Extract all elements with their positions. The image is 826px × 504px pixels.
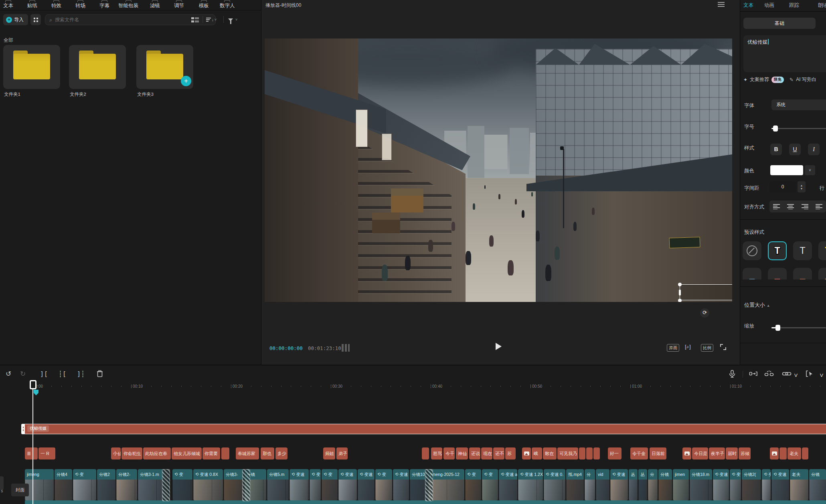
preset-style-4[interactable]: T — [743, 268, 761, 279]
align-left-icon[interactable] — [773, 204, 780, 209]
preset-style-7[interactable]: T — [818, 268, 826, 279]
play-button[interactable] — [496, 343, 502, 350]
transition-marker[interactable] — [162, 469, 170, 501]
subtitle-clip[interactable]: 多少 — [275, 447, 287, 459]
scale-slider[interactable] — [771, 327, 826, 328]
subtitle-clip[interactable]: 此劫应在奉 — [143, 447, 171, 459]
subtitle-clip[interactable]: 一 R — [38, 447, 55, 459]
link-preview-icon[interactable] — [782, 370, 792, 379]
subtitle-clip[interactable]: 峨 — [532, 447, 542, 459]
selection-handle[interactable] — [679, 289, 681, 296]
subtitle-clip[interactable]: 今日是 — [692, 447, 708, 459]
frame-preview-icon[interactable] — [342, 344, 350, 352]
video-clip[interactable]: 老夫 — [790, 469, 808, 500]
video-clip[interactable]: jimen — [673, 469, 689, 500]
subtitle-clip[interactable]: 可见我乃 — [557, 447, 578, 459]
slider-handle[interactable] — [775, 325, 780, 331]
redo-icon[interactable]: ↻ — [20, 370, 26, 379]
video-clip[interactable]: 分镜2( — [742, 469, 761, 500]
subtitle-clip[interactable] — [682, 447, 691, 459]
subtitle-clip[interactable]: 散在 — [543, 447, 557, 459]
properties-tab-0[interactable]: 文本 — [743, 2, 753, 9]
video-clip[interactable]: 抵.mp4 — [566, 469, 584, 500]
search-input[interactable]: ⌕ 搜索文件名 — [45, 14, 216, 25]
menu-tab-2[interactable]: 特效 — [51, 0, 61, 10]
menu-tab-8[interactable]: 模板 — [199, 0, 209, 10]
magnetic-link-icon[interactable] — [764, 370, 774, 379]
import-button[interactable]: + 导入 — [3, 14, 28, 25]
video-clip[interactable]: ⟲变速 — [393, 469, 409, 500]
video-clip[interactable]: ⟲变 — [73, 469, 96, 500]
video-preview[interactable] — [265, 38, 732, 302]
subtitle-clip[interactable] — [802, 447, 808, 459]
preset-style-6[interactable]: T — [793, 268, 812, 279]
add-to-track-icon[interactable]: + — [181, 76, 191, 86]
split-keep-right-icon[interactable]: ┆[ — [59, 370, 67, 379]
subtitle-clip[interactable]: 苏 — [505, 447, 516, 459]
transition-marker[interactable] — [425, 469, 433, 501]
subtitle-clip[interactable]: 还说 — [469, 447, 480, 459]
selection-handle[interactable] — [678, 299, 682, 302]
subtitle-clip[interactable] — [221, 447, 229, 459]
subtitle-clip[interactable]: 奉城苏家 — [236, 447, 259, 459]
subtitle-clip[interactable]: 苏倾 — [739, 447, 751, 459]
subtitle-clip[interactable]: 日落前 — [650, 447, 666, 459]
preset-style-0[interactable] — [743, 241, 761, 260]
subtitle-clip[interactable]: 夜半子 — [709, 447, 725, 459]
subtitle-clip[interactable]: 师姐 — [323, 447, 335, 459]
video-clip[interactable]: ⟲变速 1.2X — [518, 469, 543, 500]
clip-trim-handle[interactable] — [21, 424, 25, 434]
video-clip[interactable]: 分镜 — [809, 469, 826, 500]
undo-icon[interactable]: ↺ — [6, 370, 11, 379]
video-clip[interactable]: ⟲变速 — [338, 469, 357, 500]
transition-marker[interactable] — [242, 469, 250, 501]
video-clip[interactable]: 分镜 — [658, 469, 672, 500]
sort-icon[interactable]: ↓˅ — [206, 16, 217, 23]
video-clip[interactable]: ⟲变 — [172, 469, 192, 500]
subtitle-clip[interactable] — [593, 447, 600, 459]
subtitle-clip[interactable] — [779, 447, 787, 459]
subtitle-clip[interactable]: 今干 — [443, 447, 455, 459]
subtitle-clip[interactable] — [586, 447, 593, 459]
video-clip[interactable]: vid — [596, 469, 609, 500]
playhead-handle[interactable] — [30, 380, 36, 389]
font-dropdown[interactable]: 系统 — [771, 99, 826, 110]
video-clip[interactable]: ⟲变 — [310, 469, 321, 500]
video-clip[interactable]: 分镜2- — [116, 469, 137, 500]
preset-style-1[interactable]: T — [768, 241, 787, 260]
video-clip[interactable]: ⟲变 — [482, 469, 498, 500]
subtitle-clip[interactable]: 那也 — [261, 447, 274, 459]
video-clip[interactable]: jimeng — [25, 469, 54, 500]
video-clip[interactable]: ⟲变 — [762, 469, 771, 500]
fullscreen-icon[interactable] — [720, 344, 726, 350]
player-menu-icon[interactable] — [718, 2, 725, 7]
video-clip[interactable]: 分镜2 — [97, 469, 115, 500]
playhead[interactable] — [32, 380, 33, 504]
delete-icon[interactable] — [96, 370, 103, 379]
subtitle-clip[interactable]: 神仙 — [456, 447, 468, 459]
video-clip[interactable]: 丛 — [629, 469, 638, 500]
subtitle-clip[interactable]: 现在 — [481, 447, 492, 459]
menu-tab-6[interactable]: 滤镜 — [150, 0, 160, 10]
subtitle-clip[interactable]: 老夫 — [788, 447, 801, 459]
select-chevron-icon[interactable]: ˅ — [820, 371, 824, 380]
align-right-icon[interactable] — [802, 204, 808, 209]
properties-tab-1[interactable]: 动画 — [764, 2, 774, 9]
align-center-icon[interactable] — [787, 204, 794, 209]
properties-tab-3[interactable]: 朗读 — [818, 2, 826, 9]
video-clip[interactable]: ⟲变速 0. — [544, 469, 565, 500]
subtitle-clip[interactable]: 怒骂 — [431, 447, 442, 459]
properties-tab-2[interactable]: 跟踪 — [789, 2, 799, 9]
cover-button[interactable]: 封面 — [11, 484, 29, 496]
preset-style-3[interactable]: T — [818, 241, 826, 260]
split-keep-left-icon[interactable]: ]┆ — [77, 370, 85, 379]
video-clip[interactable]: ⟲变 — [375, 469, 392, 500]
aspect-ratio-button[interactable]: 比例 — [701, 344, 713, 352]
subtitle-clip[interactable]: 好一 — [608, 447, 622, 459]
subtitle-clip[interactable] — [522, 447, 531, 459]
timeline-ruler[interactable]: 00:00 00:10 00:20 00:30 00:40 00:50 01:0… — [0, 383, 826, 392]
subtitle-clip[interactable]: 你命犯生 — [121, 447, 142, 459]
selection-handle[interactable] — [678, 283, 682, 286]
subtitle-clip[interactable]: 你需要 — [202, 447, 220, 459]
video-clip[interactable]: 分镜3-1.m — [138, 469, 164, 500]
